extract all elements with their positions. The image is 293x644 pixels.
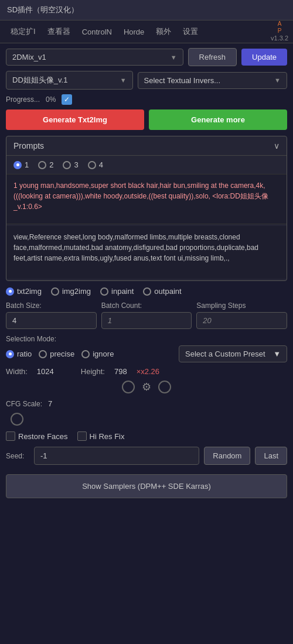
nav-item-stable-diffusion[interactable]: 稳定扩I — [5, 20, 42, 43]
selection-mode-precise-label: precise — [50, 350, 74, 358]
prompt-tab-3-label: 3 — [74, 160, 78, 169]
selection-mode-ratio-label: ratio — [17, 350, 32, 358]
width-label: Width: — [6, 367, 28, 376]
hi-res-fix-checkbox-item[interactable]: Hi Res Fix — [77, 431, 125, 441]
mode-inpaint-label: inpaint — [111, 287, 134, 296]
mode-img2img[interactable]: img2img — [51, 287, 91, 296]
nav-item-settings[interactable]: 设置 — [177, 20, 204, 43]
batch-size-input[interactable] — [6, 312, 97, 329]
nav-item-viewer[interactable]: 查看器 — [42, 20, 76, 43]
batch-count-input[interactable] — [101, 312, 192, 329]
mode-txt2img-radio — [6, 287, 14, 296]
generate-more-button[interactable]: Generate more — [149, 109, 287, 130]
textual-inversion-value: Select Textual Invers... — [144, 76, 221, 85]
prompt-tab-4-label: 4 — [99, 160, 103, 169]
textual-inversion-chevron-icon: ▼ — [274, 77, 281, 84]
selection-mode-ignore-radio — [81, 350, 90, 358]
textual-inversion-select[interactable]: Select Textual Invers... ▼ — [138, 72, 287, 89]
sampling-steps-label: Sampling Steps — [196, 302, 287, 310]
slider-link-icon[interactable]: ⚙ — [142, 381, 151, 393]
generate-txt2img-button[interactable]: Generate Txt2Img — [6, 109, 144, 130]
hi-res-fix-label: Hi Res Fix — [90, 432, 125, 441]
model-chevron-icon: ▼ — [171, 54, 177, 61]
generate-buttons-row: Generate Txt2Img Generate more — [6, 109, 287, 130]
restore-faces-checkbox-item[interactable]: Restore Faces — [6, 431, 68, 441]
seed-label: Seed: — [6, 452, 29, 460]
model-select[interactable]: 2DMix_v1 ▼ — [6, 49, 183, 66]
lora-value: DD姐姐头像_v.1 — [12, 75, 67, 85]
height-label: Height: — [81, 367, 105, 376]
prompt-tab-1-radio — [13, 161, 22, 169]
width-value: 1024 — [37, 367, 54, 376]
mode-row: txt2img img2img inpaint outpaint — [6, 287, 287, 296]
lora-chevron-icon: ▼ — [120, 77, 127, 84]
hi-res-fix-checkbox[interactable] — [77, 431, 87, 441]
show-samplers-button[interactable]: Show Samplers (DPM++ SDE Karras) — [6, 474, 287, 498]
nav-item-extra[interactable]: 额外 — [150, 20, 177, 43]
progress-value: 0% — [46, 95, 56, 104]
mode-img2img-label: img2img — [62, 287, 91, 296]
selection-mode-section: Selection Mode: ratio precise ignore Sel… — [6, 335, 287, 362]
positive-prompt-input[interactable] — [6, 174, 287, 224]
selection-mode-ignore[interactable]: ignore — [81, 350, 114, 358]
main-content: 2DMix_v1 ▼ Refresh Update DD姐姐头像_v.1 ▼ S… — [0, 43, 293, 503]
prompts-section: Prompts ∨ 1 2 3 4 — [6, 136, 287, 281]
sampling-steps-group: Sampling Steps — [196, 302, 287, 329]
refresh-button[interactable]: Refresh — [188, 48, 237, 66]
height-value: 798 — [114, 367, 127, 376]
custom-preset-chevron-icon: ▼ — [273, 350, 281, 358]
prompt-tab-4[interactable]: 4 — [88, 160, 103, 169]
sampling-steps-input[interactable] — [196, 312, 287, 329]
nav-item-horde[interactable]: Horde — [118, 22, 150, 42]
progress-checkbox[interactable]: ✓ — [62, 94, 72, 105]
cfg-row: CFG Scale: 7 — [6, 399, 287, 408]
prompt-tab-2[interactable]: 2 — [38, 160, 53, 169]
mode-inpaint[interactable]: inpaint — [100, 287, 134, 296]
mode-outpaint[interactable]: outpaint — [143, 287, 181, 296]
batch-count-label: Batch Count: — [101, 302, 192, 310]
title-label: SD插件（明空汉化） — [7, 5, 79, 14]
last-button[interactable]: Last — [255, 447, 287, 465]
restore-faces-checkbox[interactable] — [6, 431, 15, 441]
dimensions-row: Width: 1024 Height: 798 ×x2.26 — [6, 367, 287, 376]
prompt-tab-1[interactable]: 1 — [13, 160, 29, 169]
selection-mode-ignore-label: ignore — [93, 350, 114, 358]
prompts-header[interactable]: Prompts ∨ — [6, 136, 287, 156]
cfg-slider-row — [6, 413, 287, 426]
prompts-title: Prompts — [13, 141, 44, 150]
custom-preset-select[interactable]: Select a Custom Preset ▼ — [179, 345, 287, 362]
update-button[interactable]: Update — [241, 49, 287, 66]
restore-row: Restore Faces Hi Res Fix — [6, 431, 287, 441]
batch-size-label: Batch Size: — [6, 302, 97, 310]
seed-input[interactable] — [34, 447, 199, 465]
cfg-label: CFG Scale: — [6, 400, 42, 408]
lora-select[interactable]: DD姐姐头像_v.1 ▼ — [6, 71, 133, 90]
batch-count-group: Batch Count: — [101, 302, 192, 329]
batch-size-group: Batch Size: — [6, 302, 97, 329]
nav-bar: 稳定扩I 查看器 ControlN Horde 额外 设置 AP v1.3.2 — [0, 20, 293, 43]
dimension-slider-row: ⚙ — [6, 381, 287, 393]
nav-item-controlnet[interactable]: ControlN — [76, 22, 118, 42]
prompt-tab-1-label: 1 — [25, 160, 29, 169]
title-bar: SD插件（明空汉化） — [0, 0, 293, 20]
mode-outpaint-label: outpaint — [154, 287, 181, 296]
prompt-tab-3[interactable]: 3 — [63, 160, 78, 169]
random-button[interactable]: Random — [204, 447, 250, 465]
prompt-tabs: 1 2 3 4 — [6, 156, 287, 174]
mode-txt2img-label: txt2img — [17, 287, 42, 296]
height-slider-handle[interactable] — [158, 381, 171, 393]
restore-faces-label: Restore Faces — [18, 432, 68, 441]
scale-value: ×x2.26 — [137, 367, 159, 376]
prompts-toggle-icon: ∨ — [274, 141, 280, 150]
batch-settings-row: Batch Size: Batch Count: Sampling Steps — [6, 302, 287, 329]
negative-prompt-input[interactable] — [6, 226, 287, 279]
selection-mode-ratio[interactable]: ratio — [6, 350, 32, 358]
mode-img2img-radio — [51, 287, 59, 296]
width-slider-handle[interactable] — [122, 381, 135, 393]
mode-txt2img[interactable]: txt2img — [6, 287, 42, 296]
model-row: 2DMix_v1 ▼ Refresh Update — [6, 48, 287, 66]
lora-row: DD姐姐头像_v.1 ▼ Select Textual Invers... ▼ — [6, 71, 287, 90]
selection-mode-precise[interactable]: precise — [39, 350, 74, 358]
cfg-slider-handle[interactable] — [11, 413, 23, 426]
prompt-tab-4-radio — [88, 161, 96, 169]
